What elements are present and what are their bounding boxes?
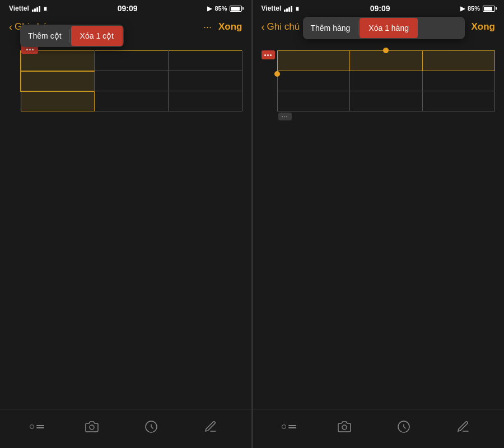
rcell-2-1[interactable] [350,91,423,111]
table-container-left: Thêm cột Xóa 1 cột [20,50,242,111]
chevron-right-icon: ‹ [262,21,265,33]
rcell-0-0[interactable] [277,51,350,71]
table-row [21,91,242,111]
rline1 [288,425,296,426]
status-bar-right: Viettel ∎ 09:09 ▶ 85% [253,0,505,16]
cell-2-0[interactable] [21,91,95,111]
signal-icon-left [32,6,40,12]
circle-icon-right [282,424,286,429]
signal-icon-right [284,6,292,12]
bottom-toolbar-right [253,409,505,448]
col-handle-dots [26,49,34,50]
list-item-left[interactable] [30,424,44,429]
table-more-btn-right[interactable]: ··· [278,113,496,120]
dot3 [32,49,34,50]
dot2 [29,49,31,50]
delete-col-button[interactable]: Xóa 1 cột [71,26,123,46]
status-right-left: ▶ 85% [207,5,242,12]
done-button-right[interactable]: Xong [472,21,496,32]
rdot1 [264,54,266,56]
bottom-toolbar-left [0,409,251,448]
wifi-icon-left: ∎ [43,4,48,12]
table-row [277,71,495,91]
list-lines-right [288,425,296,428]
row-handle-btn[interactable] [262,50,275,59]
rcell-0-1[interactable] [350,51,423,71]
camera-icon-right [338,420,351,433]
compose-icon-left [204,420,217,433]
cell-2-1[interactable] [95,91,169,111]
status-left: Viettel ∎ [9,4,48,12]
more-button-left[interactable]: ··· [203,21,212,33]
compose-button-left[interactable] [199,416,222,438]
camera-button-right[interactable] [333,416,356,438]
status-right-right: ▶ 85% [460,5,495,12]
row-popup-menu: Thêm hàng Xóa 1 hàng [303,17,465,39]
circle-icon-left [30,424,34,429]
back-button-right[interactable]: ‹ Ghi chú [262,21,300,33]
left-panel: Viettel ∎ 09:09 ▶ 85% ‹ Ghi chú ··· Xong [0,0,252,448]
cell-0-2[interactable] [168,51,242,71]
table-wrapper-right [277,50,496,111]
cell-1-0[interactable] [21,71,95,91]
dot1 [26,49,28,50]
row-popup-divider [358,21,358,35]
line1 [36,425,44,426]
carrier-left: Viettel [9,4,29,12]
table-row [21,51,242,71]
pen-button-left[interactable] [140,416,162,438]
add-row-button[interactable]: Thêm hàng [303,19,358,37]
location-icon-right: ▶ [460,5,465,12]
nav-bar-right: ‹ Ghi chú Thêm hàng Xóa 1 hàng ··· Xong [253,16,505,40]
table-more-dots: ··· [282,114,288,120]
svg-point-0 [90,425,94,430]
right-panel: Viettel ∎ 09:09 ▶ 85% ‹ Ghi chú Thêm hàn… [253,0,505,448]
camera-button-left[interactable] [81,416,103,438]
table-row-selected [277,51,495,71]
list-lines-left [36,425,44,428]
status-left-right: Viettel ∎ [262,4,300,12]
rcell-1-2[interactable] [422,71,495,91]
battery-icon-right [483,6,495,12]
rdot2 [267,54,269,56]
pen-button-right[interactable] [393,416,415,438]
table-row [21,71,242,91]
back-label-right: Ghi chú [267,21,300,32]
table-area-left: Thêm cột Xóa 1 cột [0,40,251,409]
pen-icon-right [397,420,410,433]
cell-1-2[interactable] [168,71,242,91]
add-col-button[interactable]: Thêm cột [20,27,69,45]
carrier-right: Viettel [262,4,282,12]
pen-icon-left [144,420,158,433]
compose-button-right[interactable] [452,416,474,438]
cell-2-2[interactable] [168,91,242,111]
wifi-icon-right: ∎ [295,4,300,12]
table-left [20,50,242,111]
nav-right-left: ··· Xong [203,21,242,33]
time-right: 09:09 [370,4,390,13]
time-left: 09:09 [118,4,138,13]
rline2 [288,427,296,428]
location-icon-left: ▶ [207,5,212,12]
top-orange-handle[interactable] [383,48,389,53]
cell-0-1[interactable] [95,51,169,71]
mid-orange-handle[interactable] [274,71,280,77]
rcell-2-2[interactable] [422,91,495,111]
table-row [277,91,495,111]
compose-icon-right [456,420,470,433]
done-button-left[interactable]: Xong [218,21,242,32]
status-bar-left: Viettel ∎ 09:09 ▶ 85% [0,0,251,16]
cell-1-1[interactable] [95,71,169,91]
table-right [277,50,496,111]
rcell-1-1[interactable] [350,71,423,91]
battery-pct-left: 85% [214,5,227,12]
camera-icon-left [85,420,99,433]
rcell-0-2[interactable] [422,51,495,71]
rcell-1-0[interactable] [277,71,350,91]
popup-divider [69,29,70,43]
battery-icon-left [230,6,242,12]
rcell-2-0[interactable] [277,91,350,111]
rdot3 [270,54,272,56]
list-item-right[interactable] [282,424,296,429]
delete-row-button[interactable]: Xóa 1 hàng [360,18,418,38]
